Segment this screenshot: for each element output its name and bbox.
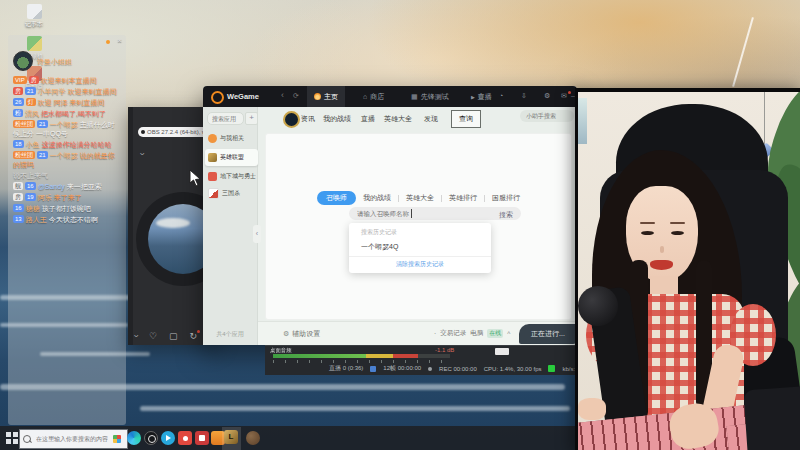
obs-icon[interactable] — [144, 431, 158, 445]
audio-meter[interactable] — [273, 354, 450, 358]
subtab-summoner[interactable]: 召唤师 — [317, 191, 356, 205]
badge: 灯 — [26, 98, 36, 106]
meter-green — [273, 354, 366, 358]
shelf-edge — [578, 98, 587, 144]
streamer-name: 诗曼小姐姐 — [37, 57, 72, 66]
wegame-active-icon: L — [224, 430, 238, 444]
summoner-search-box[interactable]: 搜索 — [349, 207, 521, 220]
chat-message: 13路人王今天状态不错啊 — [8, 214, 126, 225]
chevron-down-icon[interactable]: ‹ — [137, 153, 147, 156]
chat-message: 18小鱼这波操作给满分哈哈哈 — [8, 139, 126, 150]
chat-user: 糖糖 — [26, 205, 40, 212]
close-icon[interactable]: × — [117, 36, 122, 45]
badge: 21 — [25, 87, 36, 95]
volume-tooltip — [495, 348, 509, 355]
wegame-titlebar[interactable]: WeGame ‹ ⟳ 主页 ⌂商店 ▦先锋测试 ▶直播 ◎ ◔ ⇩ ⚙ ✉ – — [203, 86, 577, 107]
dnf-icon — [208, 172, 217, 181]
download-icon[interactable]: ⇩ — [521, 92, 527, 100]
assist-settings[interactable]: ⚙辅助设置 — [283, 329, 320, 339]
chat-text: 来一把亚索 — [67, 183, 102, 190]
frames-counter: 12帧 00:00:00 — [383, 364, 421, 373]
tab-home[interactable]: 主页 — [307, 86, 345, 107]
subtab-mymatches[interactable]: 我的战绩 — [363, 193, 391, 203]
rotate-icon[interactable]: ↻ — [190, 331, 198, 341]
game-tab-live[interactable]: 直播 — [361, 114, 375, 124]
game-tab-mymatches[interactable]: 我的战绩 — [323, 114, 351, 124]
message-icon[interactable]: ✉ — [561, 92, 567, 100]
text-caret — [411, 209, 412, 218]
wegame-sidebar: + 与我相关 英雄联盟 地下城与勇士 三国杀 共4个应用 ‹ — [203, 107, 258, 345]
clock-icon — [208, 134, 217, 143]
history-item[interactable]: 一个嘚瑟4Q — [349, 240, 491, 256]
running-button[interactable]: 正在进行... — [519, 324, 577, 344]
summoner-search-input[interactable] — [349, 207, 485, 220]
dot: · — [434, 330, 436, 337]
sidebar-item-lol[interactable]: 英雄联盟 — [205, 149, 258, 166]
live-status-dot — [106, 40, 110, 44]
search-button[interactable]: 搜索 — [499, 210, 513, 220]
wegame-brand: WeGame — [227, 92, 259, 101]
settings-icon[interactable]: ⚙ — [544, 92, 550, 100]
refresh-icon[interactable]: ⟳ — [293, 92, 299, 100]
chevron-up-icon[interactable]: ^ — [507, 330, 510, 337]
badge: 26 — [13, 98, 24, 106]
active-app-slot[interactable]: L — [222, 427, 241, 450]
chat-user: 小鱼 — [26, 141, 40, 148]
app-search-box[interactable] — [207, 112, 244, 125]
divider — [441, 195, 442, 202]
meter-ticks — [273, 360, 450, 363]
wegame-window: WeGame ‹ ⟳ 主页 ⌂商店 ▦先锋测试 ▶直播 ◎ ◔ ⇩ ⚙ ✉ – … — [203, 86, 577, 345]
tab-store[interactable]: ⌂商店 — [363, 86, 384, 107]
taskbar-search-input[interactable] — [34, 435, 110, 443]
game-tab-news[interactable]: 资讯 — [301, 114, 315, 124]
brown-app-icon[interactable] — [246, 431, 260, 445]
red-app-icon[interactable] — [178, 431, 192, 445]
badge: 房 — [29, 76, 39, 84]
taskbar-search[interactable] — [19, 429, 128, 449]
chat-user: 小羊同学 — [38, 88, 66, 95]
chevron-down-icon[interactable]: ‹ — [131, 335, 141, 338]
divider — [484, 195, 485, 202]
chat-text: 欢迎 阿泽 来到直播间 — [38, 99, 105, 106]
sidebar-item-related[interactable]: 与我相关 — [205, 131, 258, 146]
teal-app-icon[interactable] — [161, 431, 175, 445]
subtab-hero-rank[interactable]: 英雄排行 — [449, 193, 477, 203]
chat-header: × — [8, 35, 126, 49]
helper-search-box[interactable] — [520, 110, 574, 122]
ornament-string — [764, 92, 765, 150]
game-tab-query[interactable]: 查询 — [451, 110, 481, 128]
trade-record-link[interactable]: 交易记录 — [440, 329, 466, 338]
chat-message: 房21小羊同学欢迎来到直播间 — [8, 86, 126, 97]
back-icon[interactable]: ‹ — [281, 90, 284, 100]
game-tab-heroes[interactable]: 英雄大全 — [384, 114, 412, 124]
desktop-icon[interactable]: 记事本 — [16, 4, 52, 29]
subtab-heroes[interactable]: 英雄大全 — [406, 193, 434, 203]
subtab-server-rank[interactable]: 国服排行 — [492, 193, 520, 203]
sidebar-item-sgs[interactable]: 三国杀 — [205, 186, 258, 201]
gift-icon[interactable]: ◔ — [499, 92, 503, 99]
game-tab-discover[interactable]: 发现 — [424, 114, 438, 124]
streamer-row: 诗曼小姐姐 — [8, 49, 126, 75]
start-button[interactable] — [6, 432, 18, 444]
chat-message: 粉清风把水都喝了,喝不到了 — [8, 108, 126, 119]
app-search-input[interactable] — [208, 113, 247, 124]
chat-text: 今天状态不错啊 — [49, 216, 98, 223]
profile-icon[interactable]: ◎ — [478, 92, 484, 100]
sidebar-item-dnf[interactable]: 地下城与勇士 — [205, 169, 258, 184]
sidebar-collapse-handle[interactable]: ‹ — [253, 225, 261, 243]
badge: 粉丝团 — [13, 120, 35, 128]
heart-icon[interactable]: ♡ — [149, 331, 157, 341]
edge-icon[interactable] — [127, 431, 141, 445]
red-app2-icon[interactable] — [195, 431, 209, 445]
gear-icon: ⚙ — [283, 330, 289, 338]
snapshot-icon[interactable]: ▢ — [169, 331, 178, 341]
chat-message: 房19阿乐来了来了 — [8, 192, 126, 203]
obs-statusbar: 直播 0 (0:36) 12帧 00:00:00 REC 00:00:00 CP… — [329, 364, 587, 373]
badge: 21 — [37, 151, 48, 159]
widgets-icon[interactable] — [113, 435, 121, 443]
clear-history-link[interactable]: 清除搜索历史记录 — [349, 256, 491, 270]
search-history-dropdown: 搜索历史记录 一个嘚瑟4Q 清除搜索历史记录 — [349, 223, 491, 273]
badge: 19 — [25, 193, 36, 201]
tab-beta-test[interactable]: ▦先锋测试 — [411, 86, 449, 107]
add-app-button[interactable]: + — [245, 112, 258, 125]
